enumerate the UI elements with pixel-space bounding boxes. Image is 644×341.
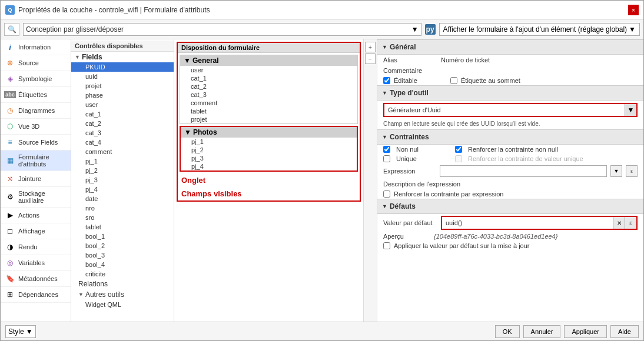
tree-item-pj3[interactable]: pj_3 [71, 175, 174, 185]
tree-item-uuid[interactable]: uuid [71, 72, 174, 81]
expression-desc-row: Description de l'expression [377, 179, 643, 189]
sidebar-item-jointure[interactable]: ⤭ Jointure [1, 171, 71, 187]
display-form-label: Afficher le formulaire à l'ajout d'un él… [443, 25, 628, 34]
tree-item-cat3[interactable]: cat_3 [71, 128, 174, 138]
metadonnees-icon: 🔖 [5, 274, 15, 283]
enforce-non-null-label: Renforcer la contrainte non null [468, 146, 558, 153]
sidebar-item-actions[interactable]: ▶ Actions [1, 208, 71, 223]
non-null-label: Non nul [396, 146, 449, 153]
tree-item-phase[interactable]: phase [71, 91, 174, 100]
form-field-tablet[interactable]: tablet [180, 107, 357, 115]
tree-item-bool2[interactable]: bool_2 [71, 241, 174, 250]
tree-item-criticite[interactable]: criticite [71, 269, 174, 279]
tree-item-sro[interactable]: sro [71, 213, 174, 222]
sidebar-item-rendu[interactable]: ◑ Rendu [1, 239, 71, 255]
tree-item-nro[interactable]: nro [71, 203, 174, 213]
default-value-input[interactable]: uuid() [442, 218, 613, 228]
sidebar-item-affichage[interactable]: ◻ Affichage [1, 223, 71, 239]
form-field-cat3[interactable]: cat_3 [180, 91, 357, 99]
sidebar-item-formulaire[interactable]: ▦ Formulaire d'attributs [1, 151, 71, 171]
expression-input[interactable] [440, 165, 607, 177]
form-field-pj1[interactable]: pj_1 [181, 138, 357, 146]
form-group-photos-header[interactable]: ▼ Photos [181, 127, 357, 138]
unique-row: Unique Renforcer la contrainte de valeur… [377, 154, 643, 163]
stockage-icon: ⚙ [5, 192, 15, 202]
expression-func-btn[interactable]: ε [626, 165, 638, 177]
default-clear-button[interactable]: ✕ [613, 217, 625, 229]
fields-tree-root[interactable]: ▼ Fields [71, 52, 174, 62]
apply-on-update-checkbox[interactable] [383, 242, 390, 249]
display-form-dropdown[interactable]: Afficher le formulaire à l'ajout d'un él… [439, 23, 640, 36]
tree-item-bool4[interactable]: bool_4 [71, 260, 174, 269]
design-mode-dropdown[interactable]: Conception par glisser/déposer ▼ [23, 23, 421, 36]
tree-item-cat1[interactable]: cat_1 [71, 109, 174, 119]
form-field-cat2[interactable]: cat_2 [180, 82, 357, 91]
help-button[interactable]: Aide [610, 325, 639, 338]
sidebar-item-symbologie[interactable]: ◈ Symbologie [1, 71, 71, 87]
sidebar-item-diagrammes[interactable]: ◷ Diagrammes [1, 103, 71, 119]
enforce-expr-checkbox[interactable] [383, 190, 390, 198]
sidebar-item-stockage[interactable]: ⚙ Stockage auxiliaire [1, 187, 71, 208]
tree-item-widget-qml[interactable]: Widget QML [71, 300, 174, 309]
form-field-pj3[interactable]: pj_3 [181, 154, 357, 162]
form-field-pj2[interactable]: pj_2 [181, 146, 357, 154]
summit-checkbox[interactable] [450, 77, 457, 84]
enforce-non-null-checkbox[interactable] [455, 146, 462, 153]
sidebar-item-variables[interactable]: ◎ Variables [1, 255, 71, 271]
tree-item-user[interactable]: user [71, 100, 174, 109]
form-field-pj4[interactable]: pj_4 [181, 162, 357, 170]
tool-type-dropdown[interactable]: Générateur d'Uuid ▼ [383, 103, 638, 117]
remove-form-element-button[interactable]: − [365, 54, 376, 64]
ok-button[interactable]: OK [495, 325, 520, 338]
sidebar-item-vue3d[interactable]: ⬡ Vue 3D [1, 119, 71, 135]
actions-icon: ▶ [5, 210, 15, 220]
tree-item-pj1[interactable]: pj_1 [71, 156, 174, 166]
defaults-section-header: ▼ Défauts [377, 199, 643, 214]
window-title: Propriétés de la couche - controle_wifi … [18, 6, 210, 14]
cancel-button[interactable]: Annuler [523, 325, 561, 338]
tree-item-tablet[interactable]: tablet [71, 222, 174, 232]
form-group-photos: ▼ Photos pj_1 pj_2 pj_3 pj_4 [180, 126, 358, 172]
expression-dropdown-btn[interactable]: ▼ [610, 165, 622, 177]
middle-section: Contrôles disponibles ▼ Fields PKUID uui… [71, 39, 377, 322]
non-null-checkbox[interactable] [383, 146, 390, 153]
form-group-general-header[interactable]: ▼ General [180, 55, 357, 66]
tree-item-pkuid[interactable]: PKUID [71, 62, 174, 72]
sidebar-item-dependances[interactable]: ⊞ Dépendances [1, 287, 71, 303]
enforce-unique-checkbox[interactable] [455, 155, 462, 162]
sidebar-item-metadonnees[interactable]: 🔖 Métadonnées [1, 271, 71, 287]
sidebar-item-sourcefields[interactable]: ≡ Source Fields [1, 135, 71, 151]
form-field-comment[interactable]: comment [180, 99, 357, 107]
sidebar-item-information[interactable]: i Information [1, 39, 71, 55]
sidebar-label-etiquettes: Étiquettes [18, 91, 47, 98]
search-box[interactable]: 🔍 [4, 23, 19, 36]
tree-item-relations[interactable]: Relations [71, 279, 174, 289]
editable-checkbox[interactable] [383, 77, 390, 84]
tree-item-cat2[interactable]: cat_2 [71, 119, 174, 128]
sidebar-label-affichage: Affichage [18, 228, 45, 235]
tree-item-projet[interactable]: projet [71, 81, 174, 91]
add-form-element-button[interactable]: + [365, 42, 376, 52]
form-field-user[interactable]: user [180, 66, 357, 74]
enforce-expr-row: Renforcer la contrainte par expression [377, 189, 643, 199]
default-func-button[interactable]: ε [625, 217, 636, 229]
unique-checkbox[interactable] [383, 155, 390, 162]
close-button[interactable]: × [628, 5, 639, 15]
form-field-projet[interactable]: projet [180, 115, 357, 123]
tree-item-pj2[interactable]: pj_2 [71, 166, 174, 175]
tree-item-bool3[interactable]: bool_3 [71, 250, 174, 260]
tree-item-comment[interactable]: comment [71, 147, 174, 156]
form-field-cat1[interactable]: cat_1 [180, 74, 357, 82]
variables-icon: ◎ [5, 258, 15, 268]
tree-root-autres[interactable]: ▼ Autres outils [71, 289, 174, 300]
sidebar-item-etiquettes[interactable]: abc Étiquettes [1, 87, 71, 103]
general-group-label: General [192, 56, 219, 65]
apply-button[interactable]: Appliquer [564, 325, 606, 338]
tree-item-cat4[interactable]: cat_4 [71, 138, 174, 147]
tree-item-date[interactable]: date [71, 194, 174, 203]
tree-item-pj4[interactable]: pj_4 [71, 185, 174, 194]
style-dropdown[interactable]: Style ▼ [5, 325, 36, 338]
constraints-section-title: Contraintes [390, 133, 429, 141]
sidebar-item-source[interactable]: ⊕ Source [1, 55, 71, 71]
tree-item-bool1[interactable]: bool_1 [71, 232, 174, 241]
